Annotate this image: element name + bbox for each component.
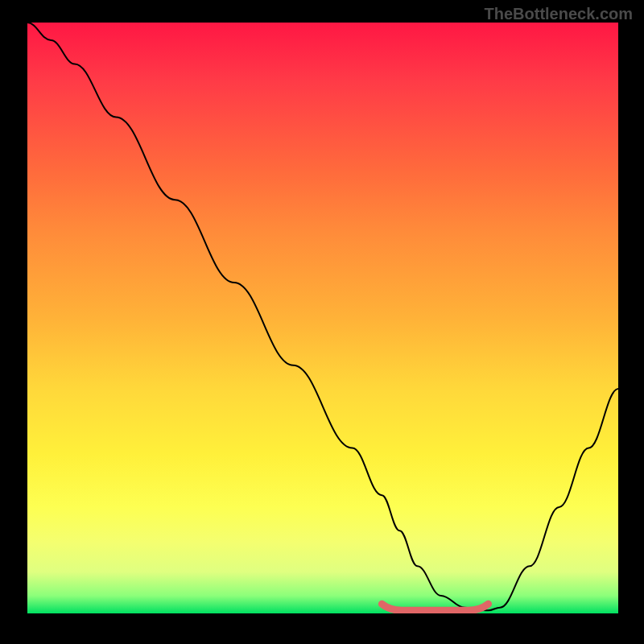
plot-area: [27, 23, 618, 613]
watermark-text: TheBottleneck.com: [485, 5, 633, 23]
gradient-background: [27, 23, 618, 613]
chart-container: TheBottleneck.com: [0, 0, 644, 644]
